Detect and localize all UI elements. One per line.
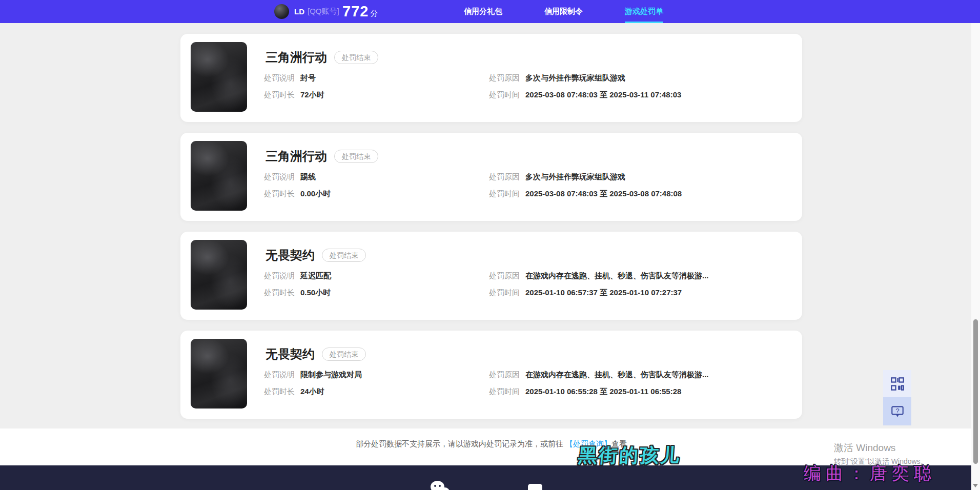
duration-label: 处罚时长 <box>264 90 295 100</box>
reason-suffix: 、挂机、秒退、伤害队友等消极游... <box>587 370 709 379</box>
feedback-button[interactable]: ? <box>883 397 911 425</box>
credit-score-value: 772 <box>342 3 369 20</box>
top-navbar: LD [QQ账号] 772 分 信用分礼包 信用限制令 游戏处罚单 <box>0 0 980 23</box>
game-thumbnail <box>191 339 247 409</box>
desc-label: 处罚说明 <box>264 271 295 281</box>
reason-link[interactable]: 逃跑 <box>571 271 587 280</box>
duration-label: 处罚时长 <box>264 189 295 199</box>
account-type: [QQ账号] <box>308 7 339 16</box>
reason-text: 在游戏内存在 <box>525 271 571 280</box>
reason-text: 多次与外挂作弊玩家组队游戏 <box>525 172 625 181</box>
game-title: 三角洲行动 <box>266 148 327 165</box>
duration-label: 处罚时长 <box>264 288 295 298</box>
svg-text:?: ? <box>895 406 899 414</box>
time-label: 处罚时间 <box>489 387 520 397</box>
credit-score: 772 分 <box>342 0 378 23</box>
desc-value: 封号 <box>300 73 316 83</box>
wechat-icon[interactable] <box>431 481 453 490</box>
desc-value: 踢线 <box>300 172 316 182</box>
user-name: LD <box>294 7 304 16</box>
reason-label: 处罚原因 <box>489 73 520 83</box>
time-value: 2025-03-08 07:48:03 至 2025-03-08 07:48:0… <box>525 189 682 199</box>
reason-label: 处罚原因 <box>489 172 520 182</box>
qr-code-icon <box>890 377 905 391</box>
penalty-card: 三角洲行动 处罚结束 处罚说明封号 处罚时长72小时 处罚原因多次与外挂作弊玩家… <box>180 34 802 122</box>
scrollbar-track[interactable] <box>971 23 980 490</box>
status-badge: 处罚结束 <box>334 150 378 163</box>
nav-tabs: 信用分礼包 信用限制令 游戏处罚单 <box>464 0 663 23</box>
disclaimer-note: 部分处罚数据不支持展示，请以游戏内处罚记录为准，或前往 【处罚查询】查看 <box>180 439 802 449</box>
reason-label: 处罚原因 <box>489 370 520 380</box>
reason-text: 多次与外挂作弊玩家组队游戏 <box>525 73 625 82</box>
game-thumbnail <box>191 42 247 112</box>
reason-link[interactable]: 逃跑 <box>571 370 587 379</box>
square-app-icon[interactable] <box>528 484 542 490</box>
duration-value: 24小时 <box>300 387 324 397</box>
time-value: 2025-03-08 07:48:03 至 2025-03-11 07:48:0… <box>525 90 681 100</box>
status-badge: 处罚结束 <box>322 249 366 262</box>
desc-value: 延迟匹配 <box>300 271 331 281</box>
desc-value: 限制参与游戏对局 <box>300 370 362 380</box>
reason-text: 在游戏内存在 <box>525 370 571 379</box>
time-value: 2025-01-10 06:57:37 至 2025-01-10 07:27:3… <box>525 288 682 298</box>
scrollbar-thumb[interactable] <box>973 319 978 464</box>
tab-credit-gift[interactable]: 信用分礼包 <box>464 0 502 23</box>
duration-value: 0.00小时 <box>300 189 331 199</box>
status-badge: 处罚结束 <box>334 51 378 64</box>
credit-score-unit: 分 <box>370 9 378 18</box>
status-badge: 处罚结束 <box>322 348 366 361</box>
scrollbar-down-arrow-icon[interactable] <box>973 484 978 487</box>
game-thumbnail <box>191 141 247 211</box>
desc-label: 处罚说明 <box>264 370 295 380</box>
duration-value: 0.50小时 <box>300 288 331 298</box>
penalty-card: 无畏契约 处罚结束 处罚说明延迟匹配 处罚时长0.50小时 处罚原因在游戏内存在… <box>180 232 802 320</box>
penalty-card: 三角洲行动 处罚结束 处罚说明踢线 处罚时长0.00小时 处罚原因多次与外挂作弊… <box>180 133 802 221</box>
game-title: 三角洲行动 <box>266 49 327 66</box>
duration-label: 处罚时长 <box>264 387 295 397</box>
time-label: 处罚时间 <box>489 189 520 199</box>
game-title: 无畏契约 <box>266 247 315 263</box>
activate-windows-subtext: 转到"设置"以激活 Windows。 <box>834 457 928 466</box>
user-info: LD [QQ账号] <box>294 0 339 23</box>
time-value: 2025-01-10 06:55:28 至 2025-01-11 06:55:2… <box>525 387 681 397</box>
watermark-center: 黑街的孩儿 <box>577 443 681 468</box>
activate-windows-text: 激活 Windows <box>834 441 895 455</box>
time-label: 处罚时间 <box>489 90 520 100</box>
reason-label: 处罚原因 <box>489 271 520 281</box>
disclaimer-text: 部分处罚数据不支持展示，请以游戏内处罚记录为准，或前往 <box>356 439 565 448</box>
tab-credit-restriction[interactable]: 信用限制令 <box>544 0 583 23</box>
game-title: 无畏契约 <box>266 346 315 362</box>
desc-label: 处罚说明 <box>264 172 295 182</box>
qr-code-button[interactable] <box>883 370 911 397</box>
avatar <box>274 4 289 19</box>
desc-label: 处罚说明 <box>264 73 295 83</box>
reason-suffix: 、挂机、秒退、伤害队友等消极游... <box>587 271 709 280</box>
game-thumbnail <box>191 240 247 310</box>
penalty-card: 无畏契约 处罚结束 处罚说明限制参与游戏对局 处罚时长24小时 处罚原因在游戏内… <box>180 331 802 419</box>
question-bubble-icon: ? <box>890 404 905 419</box>
duration-value: 72小时 <box>300 90 324 100</box>
tab-game-penalties[interactable]: 游戏处罚单 <box>625 0 663 23</box>
time-label: 处罚时间 <box>489 288 520 298</box>
